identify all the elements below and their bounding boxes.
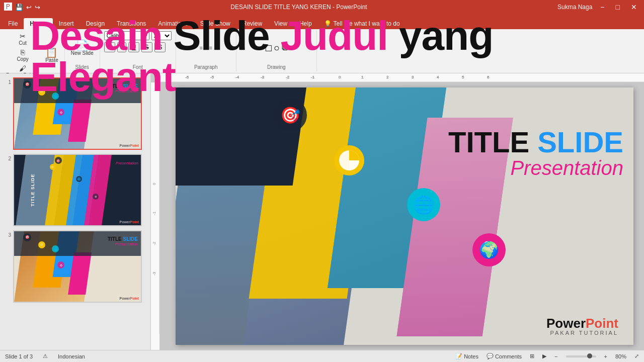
notes-icon: 📝 xyxy=(455,353,462,359)
tab-review[interactable]: Review xyxy=(236,18,268,29)
zoom-slider[interactable] xyxy=(566,355,596,357)
thumb3-subtitle-text: Presentation xyxy=(108,242,138,246)
paste-btn[interactable]: 📋 Paste xyxy=(43,46,60,64)
tab-home[interactable]: Home xyxy=(24,18,52,29)
tab-view[interactable]: View xyxy=(268,18,293,29)
tab-design[interactable]: Design xyxy=(80,18,111,29)
drawing-label: Drawing xyxy=(267,64,286,71)
main-workspace: 1 🎯 ⏱ 🌐 ⚙ xyxy=(0,73,644,350)
slide-thumb-1[interactable]: 1 🎯 ⏱ 🌐 ⚙ xyxy=(2,77,148,150)
ruler-left: 3 2 1 0 -1 -2 -3 xyxy=(151,82,160,350)
ribbon-group-slides: 📄 New Slide Slides xyxy=(65,30,100,72)
tab-animations[interactable]: Animations xyxy=(152,18,194,29)
canvas-area: -6 -5 -4 -3 -2 -1 0 1 2 3 4 5 6 xyxy=(151,73,644,350)
thumb2-brand: PowerPoint xyxy=(119,220,139,224)
thumb3-gear-icon: ⚙ xyxy=(57,261,64,268)
bold-btn[interactable]: B xyxy=(104,42,116,52)
app-icon: 🅿 xyxy=(4,3,12,12)
svg-text:5: 5 xyxy=(462,75,464,79)
slide-globe-icon: 🌐 xyxy=(407,188,440,221)
strikethrough-btn[interactable]: S̶ xyxy=(141,42,152,52)
tab-slideshow[interactable]: Slide Show xyxy=(194,18,236,29)
paragraph-content: ≡ ≡ ≡ xyxy=(200,31,212,64)
zoom-level: 80% xyxy=(615,353,626,359)
slide-subtitle-text: Presentation xyxy=(448,157,623,179)
cut-btn[interactable]: ✂ Cut xyxy=(4,31,41,47)
slide-thumb-2[interactable]: 2 TITLE SLIDE 🎯 🌐 ⚙ ⏱ xyxy=(2,154,148,226)
slide-brand-sub: PAKAR TUTORIAL xyxy=(546,330,618,336)
new-slide-btn[interactable]: 📄 New Slide xyxy=(69,39,96,57)
svg-text:-3: -3 xyxy=(261,75,265,79)
comments-icon: 💬 xyxy=(487,353,494,359)
canvas-inner: 3 2 1 0 -1 -2 -3 xyxy=(151,82,644,350)
tab-file[interactable]: File xyxy=(2,18,24,29)
svg-text:2: 2 xyxy=(151,132,151,135)
slide-img-3[interactable]: 🎯 ⏱ 🌐 ⚙ TITLE SLIDE Presentation PowerPo… xyxy=(13,230,142,303)
arrange-icon: ⧉ xyxy=(282,43,287,52)
tab-insert[interactable]: Insert xyxy=(53,18,80,29)
ribbon-group-drawing: □ ○ ⧉ Drawing xyxy=(236,30,317,72)
slide-brand-red: Point xyxy=(586,316,618,331)
ribbon: ✂ Cut ⎘ Copy 🖌 Format Painter 📋 Paste Cl… xyxy=(0,29,644,73)
svg-text:-5: -5 xyxy=(210,75,214,79)
slide-title-area: TITLE SLIDE Presentation xyxy=(448,128,623,179)
comments-btn[interactable]: 💬 Comments xyxy=(487,353,522,359)
titlebar-left: 🅿 💾 ↩ ↪ xyxy=(4,3,40,12)
ribbon-group-clipboard: ✂ Cut ⎘ Copy 🖌 Format Painter 📋 Paste Cl… xyxy=(0,30,65,72)
svg-text:1: 1 xyxy=(151,157,151,160)
thumb3-brand: PowerPoint xyxy=(119,297,139,300)
slide-panel[interactable]: 1 🎯 ⏱ 🌐 ⚙ xyxy=(0,73,151,350)
fit-btn[interactable]: ⤢ xyxy=(634,353,639,359)
copy-btn[interactable]: ⎘ Copy xyxy=(4,47,41,63)
slide-img-1[interactable]: 🎯 ⏱ 🌐 ⚙ TITLE SLIDE Presentation PowerPo… xyxy=(13,77,142,150)
thumb-title-blue: SLIDE xyxy=(123,83,138,89)
thumb2-title: TITLE SLIDE xyxy=(30,174,35,207)
paste-label: Paste xyxy=(45,57,58,63)
svg-text:4: 4 xyxy=(437,75,439,79)
thumb3-title-text: TITLE SLIDE xyxy=(108,236,138,242)
font-family-select[interactable]: Calibri xyxy=(104,31,149,40)
thumb2-target-icon: 🎯 xyxy=(55,157,62,164)
paragraph-label-text: ≡ ≡ ≡ xyxy=(200,45,212,51)
thumb3-brand-red: Point xyxy=(130,297,139,300)
svg-text:-1: -1 xyxy=(311,75,315,79)
svg-text:2: 2 xyxy=(386,75,389,79)
slide-img-2[interactable]: TITLE SLIDE 🎯 🌐 ⚙ ⏱ Presentation PowerPo… xyxy=(13,154,142,226)
slide-info: Slide 1 of 3 xyxy=(5,353,33,359)
font-size-select[interactable]: 24 xyxy=(151,31,172,40)
svg-text:-2: -2 xyxy=(286,75,290,79)
italic-btn[interactable]: I xyxy=(117,42,126,52)
ribbon-group-font: Calibri 24 B I U S̶ S Font xyxy=(100,30,176,72)
thumb-globe-icon: 🌐 xyxy=(52,93,59,100)
quick-access-save[interactable]: 💾 xyxy=(15,4,23,11)
underline-btn[interactable]: U xyxy=(128,42,140,52)
zoom-out-btn[interactable]: − xyxy=(554,353,557,359)
shadow-btn[interactable]: S xyxy=(154,42,166,52)
slideshow-view-btn[interactable]: ▶ xyxy=(542,353,546,359)
svg-text:-2: -2 xyxy=(152,241,156,245)
slide-canvas[interactable]: 🎯 🌐 🌍 xyxy=(176,87,633,345)
close-btn[interactable]: ✕ xyxy=(628,3,640,11)
slide-pie-chart xyxy=(338,149,360,171)
thumb-subtitle-text: Presentation xyxy=(108,89,138,94)
titlebar: 🅿 💾 ↩ ↪ DESAIN SLIDE TITLE YANG KEREN - … xyxy=(0,0,644,14)
notes-btn[interactable]: 📝 Notes xyxy=(455,353,478,359)
quick-access-redo[interactable]: ↪ xyxy=(35,4,40,11)
maximize-btn[interactable]: □ xyxy=(613,3,623,11)
ribbon-group-paragraph: ≡ ≡ ≡ Paragraph xyxy=(176,30,236,72)
quick-access-undo[interactable]: ↩ xyxy=(26,4,32,11)
thumb3-clock-icon: ⏱ xyxy=(38,241,45,248)
tab-tell-me[interactable]: 💡 Tell me what I want to do xyxy=(318,18,406,29)
thumb2-brand-red: Point xyxy=(130,220,139,224)
canvas-wrapper: 🎯 🌐 🌍 xyxy=(160,82,644,350)
normal-view-btn[interactable]: ⊞ xyxy=(530,353,534,359)
thumb-title-area: TITLE SLIDE Presentation xyxy=(108,83,138,94)
zoom-in-btn[interactable]: + xyxy=(604,353,607,359)
slide-thumb-3[interactable]: 3 🎯 ⏱ 🌐 ⚙ TITLE SLIDE Presenta xyxy=(2,230,148,303)
thumb3-title-area: TITLE SLIDE Presentation xyxy=(108,236,138,246)
slide-globe2-icon: 🌍 xyxy=(472,233,506,266)
tab-help[interactable]: Help xyxy=(293,18,318,29)
minimize-btn[interactable]: − xyxy=(597,3,607,11)
titlebar-controls: Sukma Naga − □ ✕ xyxy=(557,3,640,11)
tab-transitions[interactable]: Transitions xyxy=(111,18,152,29)
